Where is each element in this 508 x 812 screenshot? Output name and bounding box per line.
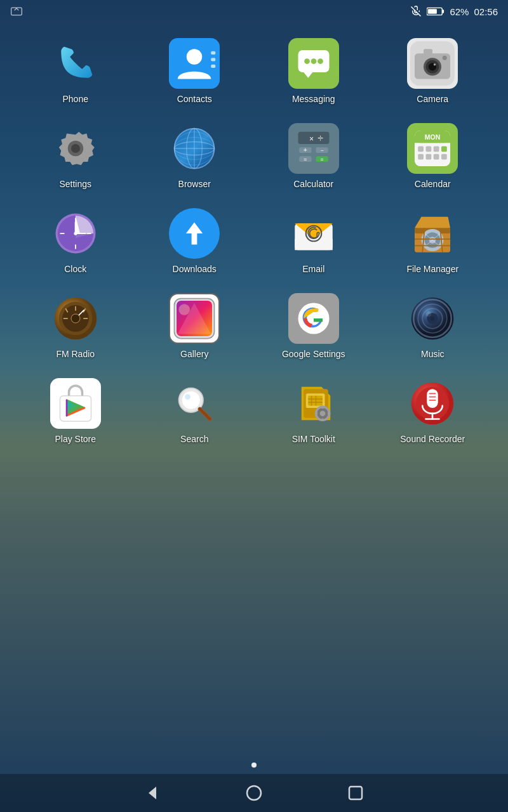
svg-point-22 — [443, 56, 447, 60]
app-soundrecorder[interactable]: Sound Recorder — [377, 378, 490, 444]
svg-text:÷: ÷ — [318, 133, 323, 143]
svg-rect-8 — [211, 58, 216, 61]
svg-text:−: − — [320, 147, 323, 154]
svg-rect-0 — [11, 8, 22, 15]
app-email-label: Email — [302, 264, 324, 274]
app-contacts[interactable]: Contacts — [138, 38, 251, 104]
svg-point-109 — [431, 317, 435, 321]
app-grid: Phone Contacts M — [0, 32, 508, 450]
svg-point-13 — [311, 58, 316, 64]
svg-rect-133 — [321, 419, 324, 421]
svg-rect-9 — [211, 65, 216, 68]
back-button[interactable] — [140, 780, 165, 806]
app-googlesettings[interactable]: Google Settings — [257, 293, 370, 359]
app-camera-label: Camera — [417, 94, 448, 104]
mute-icon — [410, 6, 422, 17]
svg-rect-54 — [418, 154, 424, 160]
app-settings-label: Settings — [59, 179, 91, 189]
app-soundrecorder-label: Sound Recorder — [400, 434, 465, 444]
app-calculator[interactable]: ÷ × + − = = Calculator — [257, 123, 370, 189]
svg-point-110 — [426, 311, 432, 317]
svg-text:MON: MON — [425, 133, 441, 141]
app-simtoolkit-label: SIM Toolkit — [292, 434, 335, 444]
app-settings[interactable]: Settings — [19, 123, 132, 189]
app-browser[interactable]: Browser — [138, 123, 251, 189]
svg-point-14 — [318, 58, 323, 64]
svg-rect-4 — [428, 9, 437, 13]
svg-rect-138 — [427, 389, 439, 408]
app-clock[interactable]: Clock — [19, 208, 132, 274]
svg-text:×: × — [309, 134, 314, 143]
svg-line-121 — [200, 409, 210, 419]
app-fmradio-label: FM Radio — [56, 349, 95, 359]
svg-rect-21 — [424, 49, 432, 55]
svg-point-118 — [182, 391, 200, 409]
app-music-label: Music — [421, 349, 444, 359]
svg-text:=: = — [304, 156, 307, 162]
svg-rect-50 — [418, 147, 424, 152]
app-filemanager-label: File Manager — [406, 264, 458, 274]
page-dot-active — [251, 763, 257, 768]
svg-marker-144 — [149, 787, 156, 799]
app-simtoolkit[interactable]: SIM Toolkit — [257, 378, 370, 444]
svg-rect-57 — [441, 154, 447, 160]
app-playstore-label: Play Store — [55, 434, 96, 444]
app-phone-label: Phone — [63, 94, 88, 104]
svg-rect-146 — [349, 787, 362, 799]
app-calendar[interactable]: MON Calendar — [377, 123, 490, 189]
app-downloads-label: Downloads — [173, 264, 217, 274]
status-bar: 62% 02:56 — [0, 0, 508, 23]
app-search-label: Search — [180, 434, 208, 444]
svg-point-67 — [74, 232, 77, 235]
app-googlesettings-label: Google Settings — [282, 349, 345, 359]
svg-point-12 — [304, 58, 310, 64]
svg-rect-52 — [434, 147, 439, 152]
app-fmradio[interactable]: FM Radio — [19, 293, 132, 359]
svg-rect-51 — [426, 147, 432, 152]
battery-text: 62% — [450, 6, 469, 17]
svg-point-145 — [247, 786, 261, 800]
svg-rect-135 — [328, 412, 330, 415]
app-email[interactable]: Email — [257, 208, 370, 274]
app-music[interactable]: Music — [377, 293, 490, 359]
nav-bar — [0, 774, 508, 812]
svg-text:=: = — [320, 156, 323, 162]
app-browser-label: Browser — [178, 179, 211, 189]
app-search[interactable]: Search — [138, 378, 251, 444]
svg-point-101 — [179, 304, 190, 315]
svg-point-6 — [187, 49, 203, 65]
app-filemanager[interactable]: File Manager — [377, 208, 490, 274]
svg-rect-134 — [315, 412, 318, 415]
app-gallery-label: Gallery — [180, 349, 208, 359]
app-clock-label: Clock — [64, 264, 86, 274]
app-camera[interactable]: Camera — [377, 38, 490, 104]
app-messaging-label: Messaging — [292, 94, 335, 104]
page-indicator — [251, 763, 257, 768]
svg-text:+: + — [304, 146, 307, 154]
svg-point-119 — [185, 394, 190, 400]
svg-rect-56 — [434, 154, 439, 160]
clock-text: 02:56 — [474, 6, 498, 17]
svg-point-20 — [434, 63, 436, 66]
svg-point-131 — [319, 410, 325, 416]
battery-icon — [427, 6, 444, 16]
app-gallery[interactable]: Gallery — [138, 293, 251, 359]
svg-point-24 — [71, 144, 80, 153]
home-button[interactable] — [241, 780, 267, 806]
app-calendar-label: Calendar — [415, 179, 451, 189]
app-contacts-label: Contacts — [177, 94, 212, 104]
svg-rect-7 — [211, 51, 216, 55]
app-phone[interactable]: Phone — [19, 38, 132, 104]
app-downloads[interactable]: Downloads — [138, 208, 251, 274]
svg-rect-53 — [441, 147, 447, 152]
svg-rect-132 — [321, 406, 324, 409]
app-playstore[interactable]: Play Store — [19, 378, 132, 444]
recent-button[interactable] — [343, 780, 368, 806]
svg-rect-55 — [426, 154, 432, 160]
app-calculator-label: Calculator — [293, 179, 333, 189]
svg-rect-124 — [308, 396, 323, 406]
svg-point-95 — [71, 314, 80, 323]
svg-rect-3 — [443, 10, 444, 13]
app-messaging[interactable]: Messaging — [257, 38, 370, 104]
